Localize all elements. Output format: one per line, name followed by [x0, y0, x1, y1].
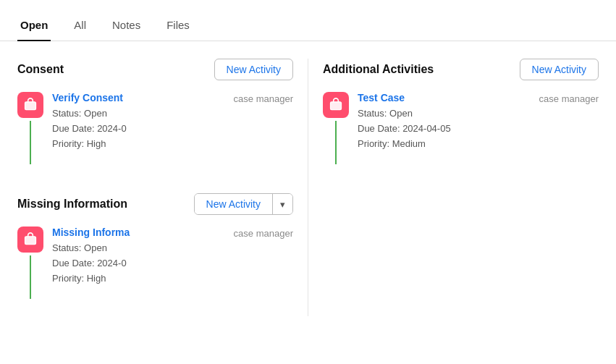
chevron-down-icon: ▾ — [280, 199, 285, 210]
additional-activities-title: Additional Activities — [323, 63, 434, 76]
svg-rect-0 — [25, 102, 36, 110]
test-case-icon-col — [323, 92, 349, 164]
right-column: Additional Activities New Activity — [323, 59, 599, 316]
test-case-icon — [323, 92, 349, 118]
test-case-due-date: Due Date: 2024-04-05 — [358, 122, 533, 137]
verify-consent-due-date: Due Date: 2024-0 — [52, 122, 228, 137]
missing-info-icon — [17, 227, 43, 253]
missing-info-button-group: New Activity ▾ — [194, 193, 293, 215]
missing-info-section: Missing Information New Activity ▾ — [17, 193, 293, 316]
tab-notes[interactable]: Notes — [109, 12, 143, 41]
verify-consent-priority: Priority: High — [52, 137, 228, 152]
verify-consent-meta: Status: Open Due Date: 2024-0 Priority: … — [52, 106, 228, 151]
test-case-meta: Status: Open Due Date: 2024-04-05 Priori… — [358, 106, 533, 151]
main-content: Consent New Activity — [0, 41, 616, 316]
missing-info-title: Missing Information — [17, 198, 127, 211]
additional-activities-new-activity-button[interactable]: New Activity — [520, 59, 599, 80]
missing-info-icon-col — [17, 227, 43, 299]
missing-info-body: Missing Informa Status: Open Due Date: 2… — [52, 227, 228, 286]
test-case-card: Test Case Status: Open Due Date: 2024-04… — [323, 92, 533, 164]
tab-all[interactable]: All — [71, 12, 89, 41]
verify-consent-card: Verify Consent Status: Open Due Date: 20… — [17, 92, 228, 164]
consent-section-header: Consent New Activity — [17, 59, 293, 80]
missing-info-name[interactable]: Missing Informa — [52, 227, 228, 238]
left-column: Consent New Activity — [17, 59, 293, 316]
tab-files[interactable]: Files — [164, 12, 193, 41]
svg-rect-4 — [331, 102, 342, 110]
test-case-case-manager: case manager — [539, 92, 599, 104]
verify-consent-body: Verify Consent Status: Open Due Date: 20… — [52, 92, 228, 151]
missing-info-card: Missing Informa Status: Open Due Date: 2… — [17, 227, 228, 299]
additional-activities-section: Additional Activities New Activity — [323, 59, 599, 182]
verify-consent-icon — [17, 92, 43, 118]
test-case-status: Status: Open — [358, 106, 533, 122]
verify-consent-status: Status: Open — [52, 106, 228, 122]
verify-consent-timeline — [30, 121, 31, 164]
missing-info-status: Status: Open — [52, 241, 228, 256]
missing-info-timeline — [30, 255, 31, 299]
test-case-timeline — [335, 121, 337, 164]
missing-info-meta: Status: Open Due Date: 2024-0 Priority: … — [52, 241, 228, 286]
missing-info-priority: Priority: High — [52, 271, 228, 287]
missing-info-activity-row: Missing Informa Status: Open Due Date: 2… — [17, 227, 293, 316]
missing-info-section-header: Missing Information New Activity ▾ — [17, 193, 293, 215]
consent-new-activity-button[interactable]: New Activity — [214, 59, 293, 80]
test-case-activity-row: Test Case Status: Open Due Date: 2024-04… — [323, 92, 599, 182]
tab-bar: Open All Notes Files — [0, 0, 616, 41]
missing-info-new-activity-button[interactable]: New Activity — [195, 194, 272, 214]
svg-rect-2 — [25, 237, 36, 245]
verify-consent-activity-row: Verify Consent Status: Open Due Date: 20… — [17, 92, 293, 182]
missing-info-dropdown-button[interactable]: ▾ — [272, 194, 292, 214]
additional-activities-section-header: Additional Activities New Activity — [323, 59, 599, 80]
missing-info-case-manager: case manager — [234, 227, 293, 239]
test-case-priority: Priority: Medium — [358, 137, 533, 152]
column-divider — [308, 59, 308, 316]
verify-consent-icon-col — [17, 92, 43, 164]
test-case-name[interactable]: Test Case — [358, 92, 533, 103]
missing-info-due-date: Due Date: 2024-0 — [52, 256, 228, 271]
verify-consent-case-manager: case manager — [234, 92, 293, 104]
verify-consent-name[interactable]: Verify Consent — [52, 92, 228, 103]
tab-open[interactable]: Open — [17, 12, 51, 41]
consent-title: Consent — [17, 63, 64, 76]
test-case-body: Test Case Status: Open Due Date: 2024-04… — [358, 92, 533, 151]
